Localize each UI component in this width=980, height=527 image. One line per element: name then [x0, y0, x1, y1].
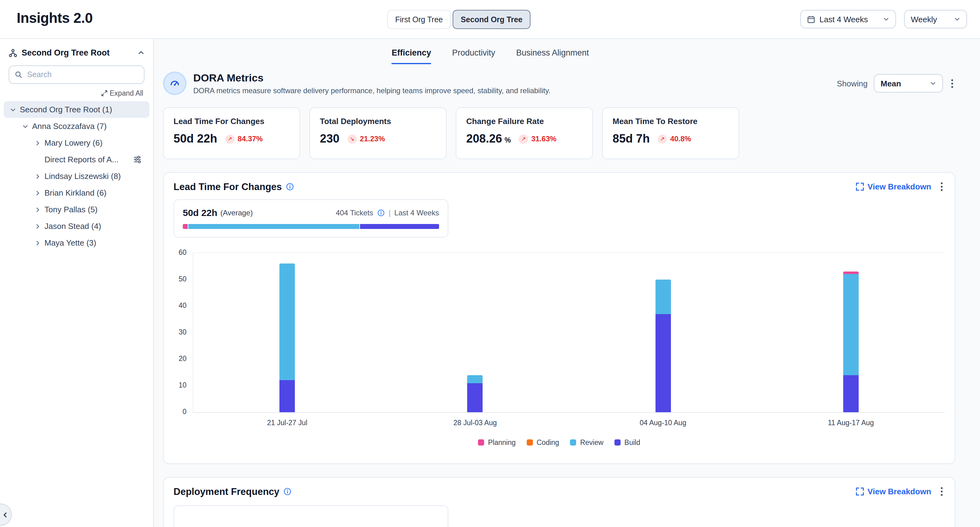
- tree-item[interactable]: Maya Yette (3): [4, 235, 150, 251]
- chevron-right-icon[interactable]: [33, 190, 42, 196]
- chevron-down-icon[interactable]: [21, 123, 30, 129]
- info-icon[interactable]: [286, 183, 294, 190]
- legend-item-coding[interactable]: Coding: [527, 439, 559, 446]
- search-icon: [15, 71, 22, 78]
- tab-productivity[interactable]: Productivity: [452, 48, 495, 64]
- legend-swatch: [614, 440, 620, 446]
- showing-label: Showing: [837, 79, 868, 88]
- tree-item[interactable]: Brian Kirkland (6): [4, 184, 150, 201]
- metric-title: Total Deployments: [320, 117, 436, 126]
- granularity-dropdown[interactable]: Weekly: [904, 10, 967, 29]
- bar-3[interactable]: [843, 271, 859, 412]
- summary-value: 50d 22h: [183, 207, 217, 218]
- trend-up-icon: ↗: [225, 134, 235, 143]
- chevron-right-icon[interactable]: [33, 173, 42, 179]
- metric-delta: ↗40.8%: [658, 134, 691, 143]
- chevron-right-icon[interactable]: [33, 140, 42, 146]
- sidebar-search[interactable]: [9, 65, 145, 84]
- tab-efficiency[interactable]: Efficiency: [392, 48, 431, 64]
- dora-description: DORA metrics measure software delivery p…: [193, 86, 550, 95]
- metric-title: Change Failure Rate: [466, 117, 582, 126]
- tree-item[interactable]: Direct Reports of A...: [4, 151, 150, 168]
- legend-label: Planning: [488, 439, 515, 446]
- deployment-frequency-panel: Deployment Frequency View Breakdown: [163, 477, 955, 527]
- summary-qualifier: (Average): [220, 208, 253, 217]
- y-axis-tick: 50: [178, 275, 186, 283]
- bar-segment-build: [655, 314, 671, 412]
- tree-item-label: Tony Pallas (5): [45, 205, 97, 214]
- x-axis-label: 21 Jul-27 Jul: [267, 419, 307, 426]
- showing-dropdown[interactable]: Mean: [874, 74, 943, 92]
- legend-label: Coding: [537, 439, 559, 446]
- sidebar-header: Second Org Tree Root: [0, 39, 153, 64]
- metric-delta-value: 21.23%: [360, 135, 385, 143]
- date-range-dropdown[interactable]: Last 4 Weeks: [800, 10, 896, 29]
- chevron-right-icon[interactable]: [33, 223, 42, 229]
- first-org-tree-button[interactable]: First Org Tree: [387, 10, 451, 29]
- x-axis-label: 11 Aug-17 Aug: [828, 419, 874, 426]
- trend-up-icon: ↗: [658, 134, 667, 143]
- kebab-menu-icon[interactable]: [949, 77, 955, 90]
- tree-item[interactable]: Mary Lowery (6): [4, 135, 150, 151]
- legend-swatch: [570, 440, 576, 446]
- metric-card: Mean Time To Restore85d 7h↗40.8%: [602, 107, 739, 159]
- tree-item[interactable]: Jason Stead (4): [4, 218, 150, 235]
- lead-time-y-axis: 0102030405060: [173, 252, 192, 412]
- tree-item[interactable]: Anna Scozzafava (7): [4, 118, 150, 135]
- page-title: Insights 2.0: [17, 10, 92, 27]
- metric-value: 50d 22h: [173, 132, 217, 146]
- legend-item-review[interactable]: Review: [570, 439, 603, 446]
- org-tree: Second Org Tree Root (1)Anna Scozzafava …: [0, 101, 153, 256]
- dora-title: DORA Metrics: [193, 72, 550, 84]
- org-sidebar: Second Org Tree Root Expand All Second O…: [0, 39, 154, 527]
- info-icon[interactable]: [284, 487, 292, 495]
- legend-item-build[interactable]: Build: [614, 439, 640, 446]
- bar-2[interactable]: [655, 279, 671, 412]
- kebab-menu-icon[interactable]: [939, 485, 945, 498]
- view-breakdown-button[interactable]: View Breakdown: [856, 487, 931, 496]
- info-icon[interactable]: [378, 209, 385, 216]
- kebab-menu-icon[interactable]: [939, 180, 945, 193]
- lead-time-legend: PlanningCodingReviewBuild: [173, 439, 945, 446]
- metric-delta-value: 84.37%: [238, 135, 263, 143]
- filter-icon[interactable]: [134, 156, 142, 163]
- metric-value: 85d 7h: [612, 132, 650, 146]
- legend-item-planning[interactable]: Planning: [478, 439, 515, 446]
- tree-item[interactable]: Tony Pallas (5): [4, 201, 150, 218]
- org-tree-toggle: First Org Tree Second Org Tree: [387, 10, 530, 29]
- trend-down-icon: ↘: [347, 134, 356, 143]
- expand-all-button[interactable]: Expand All: [10, 89, 143, 97]
- bar-1[interactable]: [468, 375, 483, 412]
- y-axis-tick: 20: [178, 355, 186, 362]
- bar-0[interactable]: [279, 264, 295, 412]
- search-input[interactable]: [26, 70, 138, 79]
- y-axis-tick: 60: [178, 249, 186, 256]
- metric-card: Lead Time For Changes50d 22h↗84.37%: [163, 107, 300, 159]
- chevron-right-icon[interactable]: [33, 240, 42, 246]
- second-org-tree-button[interactable]: Second Org Tree: [453, 10, 530, 29]
- tree-item[interactable]: Second Org Tree Root (1): [4, 101, 150, 118]
- deployment-panel-title: Deployment Frequency: [173, 486, 279, 497]
- phase-distribution-bar: [183, 224, 439, 229]
- legend-swatch: [478, 440, 484, 446]
- tree-item[interactable]: Lindsay Liszewski (8): [4, 168, 150, 184]
- sidebar-root-label: Second Org Tree Root: [22, 48, 110, 57]
- separator: |: [389, 208, 391, 217]
- metric-delta-value: 40.8%: [670, 135, 691, 143]
- chevron-right-icon[interactable]: [33, 206, 42, 213]
- metric-card: Change Failure Rate208.26%↗31.63%: [456, 107, 593, 159]
- org-tree-icon: [9, 48, 17, 57]
- y-axis-tick: 0: [183, 408, 186, 415]
- chevron-up-icon[interactable]: [138, 49, 145, 56]
- dora-icon: [163, 71, 186, 95]
- sidebar-collapse-handle[interactable]: [0, 503, 12, 526]
- metric-delta-value: 31.63%: [531, 135, 556, 143]
- metric-delta: ↘21.23%: [347, 134, 385, 143]
- metric-unit: %: [504, 137, 511, 144]
- tickets-count: 404 Tickets: [336, 208, 373, 217]
- chevron-down-icon[interactable]: [9, 106, 17, 113]
- dora-section-header: DORA Metrics DORA metrics measure softwa…: [163, 71, 955, 95]
- dist-segment-planning: [183, 224, 188, 229]
- view-breakdown-button[interactable]: View Breakdown: [856, 182, 931, 191]
- tab-business-alignment[interactable]: Business Alignment: [516, 48, 589, 64]
